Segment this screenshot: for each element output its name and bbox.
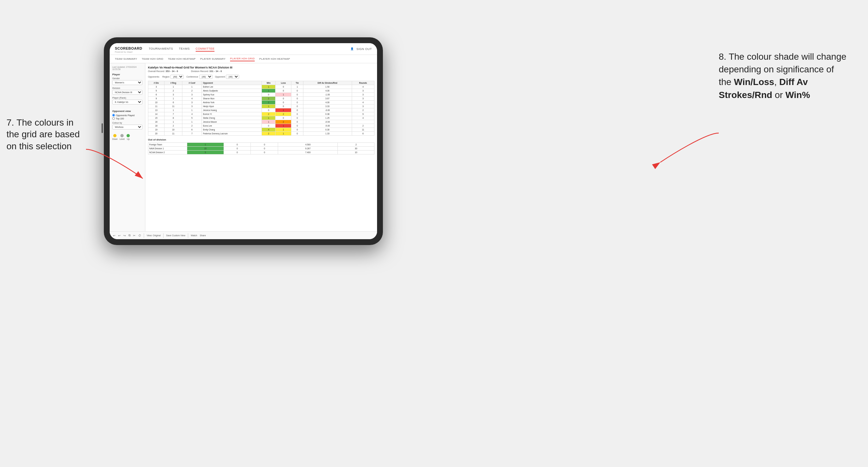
th-diff: Diff Av Strokes/Rnd [303,81,352,85]
sidebar-timestamp: Last Updated: 27/03/2024 16:55:38 [112,66,143,70]
down-dot [113,134,117,137]
bottom-toolbar: ↩ ↩ ↪ ⧉ ✂ ⏱ View: Original Save Custom V… [110,231,377,239]
tablet-screen: SCOREBOARD Powered by clippd TOURNAMENTS… [110,43,377,239]
grid-subtitle: Overall Record: 353 - 34 - 6 Division Re… [148,70,374,73]
up-label: Up [127,138,129,140]
table-row: 20 11 7 Federica Domecq Lacroze 2 1 0 1.… [148,132,374,136]
clock-icon[interactable]: ⏱ [138,234,141,237]
colour-by-select[interactable]: Win/loss [112,125,143,129]
table-row: 5 2 2 Alexis Sudjianto 1 0 0 4.00 3 [148,89,374,93]
region-filter-group: Region (All) [162,75,184,79]
radio-opponents-played[interactable]: Opponents Played [112,114,143,117]
save-custom-button[interactable]: Save Custom View [166,234,185,237]
table-row: 14 7 4 Eunice Yi 2 2 0 0.38 9 [148,112,374,116]
conference-filter-group: Conference (All) [186,75,212,79]
user-icon: 👤 [350,48,354,50]
cut-icon[interactable]: ✂ [133,234,136,237]
region-select[interactable]: (All) [170,75,184,79]
gender-select[interactable]: Women's [112,80,143,85]
sub-nav-team-summary[interactable]: TEAM SUMMARY [115,57,137,61]
main-content: Last Updated: 27/03/2024 16:55:38 Player… [110,63,377,231]
table-row: 16 1 1 Jessica Mason 1 2 0 -0.94 [148,120,374,124]
tablet-side-button [101,123,103,133]
down-label: Down [112,138,118,140]
out-of-division-table: Foreign Team 1 0 0 4.500 2 NAIA Division… [148,143,374,154]
redo2-icon[interactable]: ↪ [123,234,126,237]
rank-label: Player (Rank) [112,97,143,99]
opponent-label: Opponent [215,75,225,78]
annotation-right: 8. The colour shade will change dependin… [719,50,848,101]
th-rounds: Rounds [352,81,374,85]
sidebar-player-title: Player [112,73,143,76]
opponent-view-label: Opponent view [112,110,143,113]
tablet-frame: SCOREBOARD Powered by clippd TOURNAMENTS… [104,37,383,245]
app-header: SCOREBOARD Powered by clippd TOURNAMENTS… [110,43,377,55]
undo-icon[interactable]: ↩ [113,234,116,237]
annotation-left: 7. The colours in the grid are based on … [6,117,80,152]
main-nav: TOURNAMENTS TEAMS COMMITTEE [149,46,350,52]
out-div-row: NAIA Division 1 15 0 0 9.267 30 [148,147,374,151]
watch-button[interactable]: Watch [191,234,197,237]
division-select[interactable]: NCAA Division III [112,90,143,95]
level-dot [120,134,124,137]
opponent-view-group: Opponents Played Top 100 [112,114,143,120]
sub-nav-team-h2h-grid[interactable]: TEAM H2H GRID [142,57,163,61]
table-row: 13 1 1 Jessica Huang 0 1 0 -3.00 2 [148,108,374,112]
table-row: 3 1 1 Esther Lee 1 0 1 1.50 4 [148,85,374,89]
colour-legend: Down Level Up [112,134,143,140]
out-div-row: Foreign Team 1 0 0 4.500 2 [148,143,374,147]
table-row: 11 11 3 Heejo Hyun 1 0 0 3.33 3 [148,104,374,108]
rank-select[interactable]: 8. Katelyn Vo [112,100,143,104]
table-row: 18 2 2 Euna Lee 0 1 0 -5.00 2 [148,124,374,128]
conference-select[interactable]: (All) [199,75,213,79]
logo-area: SCOREBOARD Powered by clippd [115,45,142,53]
nav-teams[interactable]: TEAMS [179,46,190,52]
table-row: 9 1 4 Sharon Mun 2 0 0 3.67 3 [148,97,374,101]
out-div-row: NCAA Division 2 5 0 0 7.400 10 [148,151,374,154]
toolbar-sep-3 [188,234,188,238]
toolbar-sep-2 [163,234,163,238]
right-arrow-svg [651,130,722,169]
opponent-select[interactable]: (All) [226,75,239,79]
nav-committee[interactable]: COMMITTEE [196,46,215,52]
th-loss: Loss [276,81,291,85]
sub-nav-player-summary[interactable]: PLAYER SUMMARY [200,57,225,61]
opponents-filter-label: Opponents: [148,75,160,78]
sign-out-button[interactable]: Sign out [356,47,372,51]
gender-label: Gender [112,77,143,80]
th-tie: Tie [291,81,303,85]
colour-by-label: Colour by [112,122,143,124]
copy-icon[interactable]: ⧉ [128,234,130,237]
share-button[interactable]: Share [200,234,206,237]
up-dot [127,134,130,137]
table-row: 19 10 6 Emily Chang 4 1 0 0.30 11 [148,128,374,132]
th-win: Win [262,81,276,85]
h2h-table: # Div # Reg # Conf Opponent Win Loss Tie… [148,81,374,136]
table-row: 10 6 3 Andrea York 2 0 0 4.00 4 [148,101,374,104]
region-label: Region [162,75,169,78]
logo-sub: Powered by clippd [115,51,142,53]
nav-tournaments[interactable]: TOURNAMENTS [149,46,173,52]
table-row: 6 3 3 Sydney Kuo 0 1 0 -1.00 3 [148,93,374,97]
level-label: Level [120,138,125,140]
logo-text: SCOREBOARD [115,46,142,50]
overall-record: Overall Record: 353 - 34 - 6 [148,70,178,73]
view-original-button[interactable]: View: Original [147,234,161,237]
sub-nav-player-h2h-heatmap[interactable]: PLAYER H2H HEATMAP [259,57,290,61]
toolbar-sep-1 [144,234,144,238]
division-label: Division [112,87,143,89]
th-div: # Div [148,81,164,85]
th-opponent: Opponent [202,81,262,85]
sub-nav-team-h2h-heatmap[interactable]: TEAM H2H HEATMAP [168,57,196,61]
conference-label: Conference [186,75,198,78]
redo-icon[interactable]: ↩ [118,234,121,237]
division-record: Division Record: 331 - 34 - 6 [191,70,222,73]
header-right: 👤 Sign out [350,47,372,51]
table-row: 15 8 5 Stella Cheng 1 0 0 1.25 4 [148,116,374,120]
th-reg: # Reg [164,81,182,85]
left-arrow-svg [83,146,148,185]
radio-top-100[interactable]: Top 100 [112,117,143,120]
grid-title: Katelyn Vo Head-to-Head Grid for Women's… [148,66,374,69]
sub-nav-player-h2h-grid[interactable]: PLAYER H2H GRID [230,57,255,61]
sub-nav: TEAM SUMMARY TEAM H2H GRID TEAM H2H HEAT… [110,55,377,63]
